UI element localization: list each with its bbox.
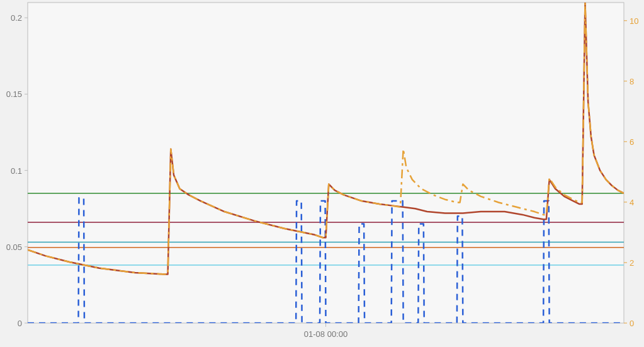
y-right-tick-label: 6 [630, 137, 634, 147]
chart-container: 00.050.10.150.2024681001-08 00:00 [0, 0, 644, 347]
y-left-tick-label: 0.2 [11, 13, 22, 23]
y-right-tick-label: 10 [630, 16, 638, 26]
y-left-tick-label: 0.05 [6, 242, 22, 252]
y-right-tick-label: 8 [630, 77, 634, 86]
plot-area [28, 3, 624, 323]
y-right-tick-label: 4 [630, 198, 634, 207]
y-left-tick-label: 0 [18, 319, 22, 328]
chart-svg: 00.050.10.150.2024681001-08 00:00 [0, 0, 644, 347]
y-left-tick-label: 0.1 [11, 166, 22, 176]
y-right-tick-label: 0 [630, 319, 634, 328]
y-left-tick-label: 0.15 [6, 89, 22, 99]
x-tick-label: 01-08 00:00 [304, 329, 347, 339]
y-right-tick-label: 2 [630, 258, 634, 268]
